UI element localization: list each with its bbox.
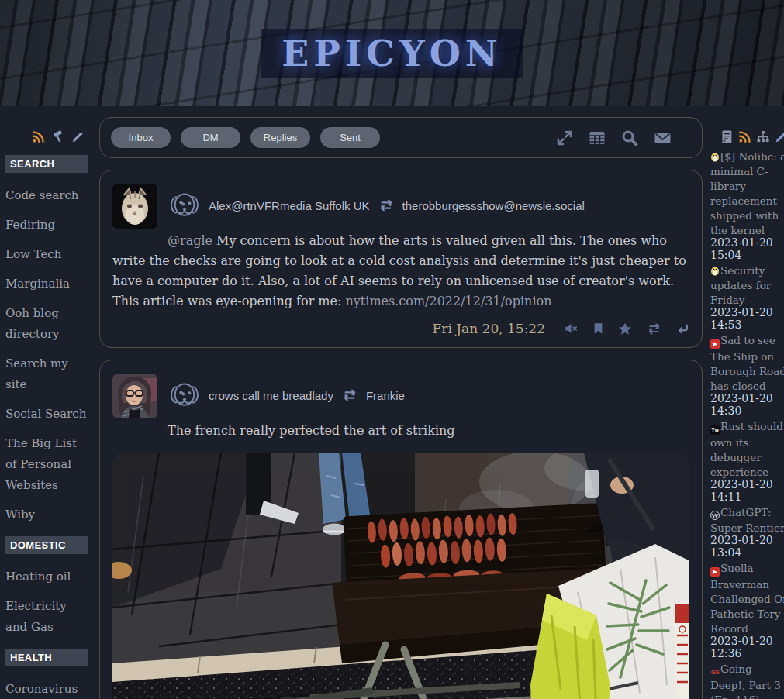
post-1-footer: Fri Jan 20, 15:22: [112, 321, 689, 336]
post-2-photo[interactable]: [112, 453, 689, 699]
sidebar-section-header-search: SEARCH: [5, 155, 88, 173]
newswire-time: 14:30: [710, 405, 784, 418]
sidebar-link-low-tech[interactable]: Low Tech: [5, 244, 92, 265]
timeline-tabs: Inbox DM Replies Sent: [111, 127, 380, 148]
epicyon-app: EPICYON SEARCH Code search Fediring Low …: [0, 0, 784, 699]
wordpress-icon: W: [710, 511, 720, 520]
sidebar-link-fediring[interactable]: Fediring: [5, 215, 92, 236]
sidebar-section-header-health: HEALTH: [5, 649, 88, 666]
newswire-item-7[interactable]: GSGoing Deep!, Part 3 (Ep. 116) 2023-01-…: [710, 661, 784, 699]
post-2: crows call me breadlady Frankie The fren…: [99, 360, 703, 699]
newswire-item-2[interactable]: Security updates for Friday 2023-01-20 1…: [710, 263, 784, 331]
newswire-time: 15:04: [710, 250, 784, 262]
newswire-item-6[interactable]: ▶Suella Braverman Challenged On Pathetic…: [710, 560, 784, 659]
search-icon[interactable]: [620, 129, 639, 147]
post-2-announced-handle[interactable]: Frankie: [366, 389, 405, 402]
post-1-header: Alex@rtnVFRmedia Suffolk UK therobburges…: [168, 181, 689, 221]
newswire-doc-icon[interactable]: [720, 129, 734, 144]
edit-newswire-icon[interactable]: [774, 129, 784, 144]
newswire-title: Going Deep!, Part 3 (Ep. 116): [710, 663, 781, 699]
newswire-time: 14:53: [710, 319, 784, 332]
share-links-tree-icon[interactable]: [756, 129, 770, 144]
gs-podcast-icon: GS: [710, 668, 720, 677]
newswire-title: Suella Braverman Challenged On Pathetic …: [710, 562, 784, 635]
newswire-date: 2023-01-20: [710, 535, 784, 547]
banner[interactable]: EPICYON: [0, 0, 784, 106]
post-1-announced-handle[interactable]: therobburgessshow@newsie.social: [402, 199, 585, 212]
yw-site-icon: Yw: [710, 425, 720, 435]
newswire-item-4[interactable]: YwRust should own its debugger experienc…: [710, 418, 784, 503]
newswire-title: [$] Nolibc: a minimal C-library replacem…: [710, 150, 784, 236]
site-title: EPICYON: [261, 29, 523, 78]
newswire-item-3[interactable]: ▶Sad to see The Ship on Borough Road has…: [710, 332, 784, 417]
expand-fullscreen-icon[interactable]: [555, 129, 574, 147]
newswire-title: Sad to see The Ship on Borough Road has …: [710, 334, 784, 392]
post-2-header: crows call me breadlady Frankie: [168, 371, 689, 411]
newswire-date: 2023-01-20: [710, 237, 784, 250]
sidebar-link-big-list-personal-websites[interactable]: The Big List of Personal Websites: [5, 433, 92, 496]
sidebar-link-ooh-blog-directory[interactable]: Ooh blog directory: [5, 303, 92, 345]
newswire-date: 2023-01-20: [710, 393, 784, 405]
tab-dm[interactable]: DM: [181, 127, 240, 148]
newswire-item-1[interactable]: [$] Nolibc: a minimal C-library replacem…: [710, 149, 784, 261]
lwn-penguin-icon: [710, 152, 720, 162]
newswire-date: 2023-01-20: [710, 307, 784, 319]
sidebar-link-marginalia[interactable]: Marginalia: [5, 274, 92, 294]
newswire-list: [$] Nolibc: a minimal C-library replacem…: [710, 149, 784, 699]
left-column-icons: [5, 129, 85, 144]
newswire-time: 13:04: [710, 547, 784, 560]
sidebar-link-electricity-gas[interactable]: Electricity and Gas: [5, 596, 92, 638]
sidebar-link-social-search[interactable]: Social Search: [5, 404, 92, 425]
post-1-timestamp: Fri Jan 20, 15:22: [433, 321, 546, 336]
star-like-icon[interactable]: [618, 322, 632, 336]
mention-link[interactable]: @ragle: [168, 233, 212, 248]
timeline-header: Inbox DM Replies Sent: [99, 117, 703, 158]
newswire-item-5[interactable]: WChatGPT: Super Rentier 2023-01-20 13:04: [710, 504, 784, 559]
left-column: SEARCH Code search Fediring Low Tech Mar…: [5, 117, 92, 699]
newswire-date: 2023-01-20: [710, 479, 784, 491]
reply-icon[interactable]: [676, 323, 689, 335]
tab-inbox[interactable]: Inbox: [111, 127, 171, 148]
youtube-icon: ▶: [710, 567, 720, 577]
post-1: Alex@rtnVFRmedia Suffolk UK therobburges…: [99, 170, 703, 348]
epicyon-dog-icon: [168, 380, 202, 411]
repeat-boost-icon[interactable]: [646, 322, 662, 336]
right-column: [$] Nolibc: a minimal C-library replacem…: [710, 117, 784, 699]
bookmark-icon[interactable]: [592, 322, 604, 335]
avatar-breadlady[interactable]: [112, 374, 157, 418]
post-1-author[interactable]: Alex@rtnVFRmedia Suffolk UK: [209, 199, 370, 212]
mute-icon[interactable]: [564, 322, 579, 335]
newswire-title: ChatGPT: Super Rentier: [710, 506, 784, 534]
post-2-text: The french really perfected the art of s…: [168, 423, 455, 438]
repeat-announce-icon: [378, 198, 395, 212]
newswire-date: 2023-01-20: [710, 635, 784, 648]
avatar-alex[interactable]: [112, 184, 157, 229]
newswire-time: 14:11: [710, 491, 784, 504]
photo-illustration: [112, 453, 689, 699]
post-1-external-link[interactable]: nytimes.com/2022/12/31/opinion: [345, 294, 551, 308]
rss-feed-icon[interactable]: [31, 129, 46, 144]
sidebar-section-header-domestic: DOMESTIC: [5, 536, 88, 554]
sidebar-link-code-search[interactable]: Code search: [5, 185, 92, 206]
right-column-icons: [710, 129, 784, 144]
content-columns: SEARCH Code search Fediring Low Tech Mar…: [0, 106, 784, 699]
sidebar-link-wiby[interactable]: Wiby: [5, 504, 92, 525]
sidebar-link-heating-oil[interactable]: Heating oil: [5, 566, 92, 587]
epicyon-dog-icon: [168, 190, 202, 221]
rss-feed-icon[interactable]: [737, 129, 752, 144]
edit-links-icon[interactable]: [71, 129, 85, 144]
repeat-announce-icon: [341, 388, 358, 402]
post-2-body: The french really perfected the art of s…: [112, 421, 689, 441]
sidebar-link-coronavirus-statistics[interactable]: Coronavirus statistics: [5, 679, 92, 699]
post-2-author[interactable]: crows call me breadlady: [209, 389, 333, 402]
calendar-grid-icon[interactable]: [588, 129, 606, 147]
sidebar-link-search-my-site[interactable]: Search my site: [5, 353, 92, 395]
tab-sent[interactable]: Sent: [320, 127, 380, 148]
post-1-body: @ragle My concern is about how the arts …: [112, 231, 689, 312]
hammer-icon[interactable]: [50, 129, 66, 144]
tab-replies[interactable]: Replies: [250, 127, 310, 148]
lwn-penguin-icon: [710, 266, 720, 276]
youtube-icon: ▶: [710, 339, 720, 349]
new-dm-envelope-icon[interactable]: [653, 129, 672, 146]
newswire-title: Rust should own its debugger experience: [710, 420, 783, 478]
